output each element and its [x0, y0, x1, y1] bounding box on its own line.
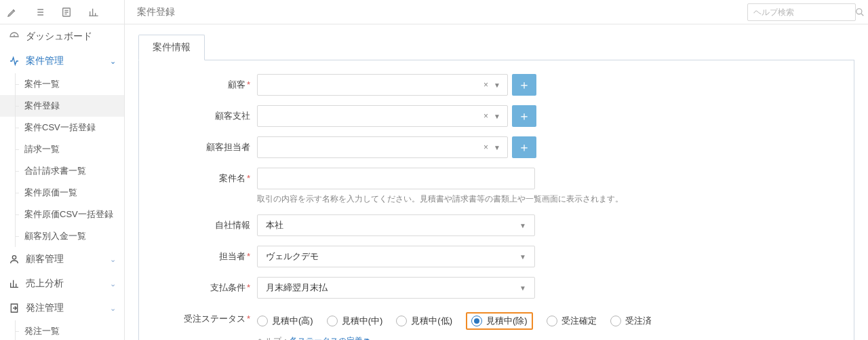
- add-customer-contact-button[interactable]: ＋: [512, 136, 536, 158]
- label-customer-branch: 顧客支社: [215, 111, 250, 121]
- customer-branch-select[interactable]: × ▼: [257, 105, 508, 127]
- status-help-link[interactable]: 各ステータスの定義⧉: [290, 336, 370, 340]
- payment-terms-select[interactable]: 月末締翌月末払 ▼: [257, 277, 535, 299]
- name-input[interactable]: [257, 168, 535, 189]
- nav-uriage[interactable]: 売上分析⌄: [0, 271, 124, 296]
- page-title: 案件登録: [137, 6, 175, 18]
- clear-icon[interactable]: ×: [484, 111, 488, 121]
- status-radio[interactable]: 見積中(高): [257, 315, 313, 327]
- status-help-prefix: ヘルプ：: [257, 336, 290, 340]
- anken-icon: [8, 56, 20, 67]
- status-radio[interactable]: 受注済: [610, 315, 652, 327]
- sub-item[interactable]: 案件原価一覧: [0, 182, 124, 204]
- radio-label: 見積中(低): [411, 315, 452, 327]
- company-info-select[interactable]: 本社 ▼: [257, 214, 535, 236]
- svg-point-1: [12, 256, 16, 259]
- radio-label: 見積中(除): [486, 315, 528, 327]
- status-radio-group: 見積中(高)見積中(中)見積中(低)見積中(除)受注確定受注済: [257, 308, 800, 330]
- tab-anken-info[interactable]: 案件情報: [138, 35, 205, 60]
- add-customer-branch-button[interactable]: ＋: [512, 105, 536, 127]
- radio-icon: [396, 316, 407, 326]
- payment-terms-value: 月末締翌月末払: [266, 282, 328, 294]
- row-name: 案件名* 取引の内容を示す名称を入力してください。見積書や請求書等の書類上や一覧…: [155, 168, 837, 205]
- chevron-down-icon: ⌄: [110, 304, 116, 313]
- radio-label: 受注確定: [561, 315, 597, 327]
- row-payment-terms: 支払条件* 月末締翌月末払 ▼: [155, 277, 837, 299]
- nav-hacchu[interactable]: 発注管理⌄: [0, 296, 124, 320]
- status-radio[interactable]: 見積中(低): [396, 315, 452, 327]
- chevron-down-icon: ⌄: [110, 57, 116, 66]
- radio-icon: [257, 316, 268, 326]
- add-customer-button[interactable]: ＋: [512, 74, 536, 96]
- uriage-icon: [8, 278, 20, 289]
- label-name: 案件名: [219, 173, 245, 183]
- label-company-info: 自社情報: [215, 220, 250, 230]
- radio-label: 見積中(高): [272, 315, 313, 327]
- chevron-down-icon: ▼: [519, 222, 526, 229]
- sub-item[interactable]: 案件一覧: [0, 73, 124, 95]
- row-status: 受注ステータス* 見積中(高)見積中(中)見積中(低)見積中(除)受注確定受注済…: [155, 308, 837, 340]
- sub-item[interactable]: 案件登録: [0, 95, 124, 117]
- form-panel: 顧客* × ▼ ＋ 顧客支社: [138, 60, 854, 340]
- required-mark: *: [247, 314, 250, 324]
- row-customer: 顧客* × ▼ ＋: [155, 74, 837, 96]
- main: 案件登録 案件情報 顧客*: [125, 0, 868, 340]
- status-radio[interactable]: 受注確定: [547, 315, 597, 327]
- sub-item[interactable]: 案件原価CSV一括登録: [0, 204, 124, 225]
- nav-anken[interactable]: 案件管理⌄: [0, 49, 124, 73]
- help-search[interactable]: [747, 3, 856, 21]
- content: 案件情報 顧客* × ▼ ＋: [125, 24, 868, 340]
- kokyaku-icon: [8, 254, 20, 265]
- required-mark: *: [247, 173, 250, 183]
- chart-icon[interactable]: [88, 7, 99, 18]
- hacchu-icon: [8, 303, 20, 314]
- row-assignee: 担当者* ヴェルクデモ ▼: [155, 246, 837, 267]
- sub-item[interactable]: 合計請求書一覧: [0, 160, 124, 182]
- sub-item[interactable]: 案件CSV一括登録: [0, 117, 124, 138]
- row-customer-contact: 顧客担当者 × ▼ ＋: [155, 136, 837, 158]
- header: 案件登録: [125, 0, 868, 24]
- sub-item[interactable]: 請求一覧: [0, 138, 124, 160]
- assignee-select[interactable]: ヴェルクデモ ▼: [257, 246, 535, 267]
- label-customer: 顧客: [228, 79, 245, 90]
- help-search-input[interactable]: [753, 7, 855, 17]
- chevron-down-icon: ⌄: [110, 280, 116, 288]
- nav-kokyaku[interactable]: 顧客管理⌄: [0, 247, 124, 271]
- required-mark: *: [247, 282, 250, 292]
- nav-dashboard[interactable]: ダッシュボード: [0, 24, 124, 49]
- name-help: 取引の内容を示す名称を入力してください。見積書や請求書等の書類上や一覧画面に表示…: [257, 193, 800, 205]
- row-company-info: 自社情報 本社 ▼: [155, 214, 837, 236]
- required-mark: *: [247, 251, 250, 261]
- clear-icon[interactable]: ×: [484, 80, 488, 90]
- label-payment-terms: 支払条件: [210, 282, 245, 292]
- tab-label: 案件情報: [153, 41, 191, 52]
- top-icon-row: [0, 0, 124, 24]
- external-link-icon: ⧉: [364, 337, 370, 340]
- clear-icon[interactable]: ×: [484, 143, 488, 152]
- chevron-down-icon: ▼: [519, 253, 526, 261]
- chevron-down-icon: ▼: [494, 144, 500, 151]
- list-icon[interactable]: [34, 7, 45, 18]
- pencil-icon[interactable]: [7, 7, 18, 18]
- nav-label: 顧客管理: [26, 253, 64, 265]
- sub-item[interactable]: 顧客別入金一覧: [0, 225, 124, 247]
- document-icon[interactable]: [61, 7, 72, 18]
- chevron-down-icon: ▼: [519, 284, 526, 292]
- sub-item[interactable]: 発注一覧: [0, 320, 124, 340]
- search-icon: [855, 7, 865, 17]
- label-status: 受注ステータス: [184, 314, 245, 324]
- radio-icon: [610, 316, 621, 326]
- radio-icon: [327, 316, 338, 326]
- status-radio[interactable]: 見積中(除): [466, 312, 533, 330]
- status-help: ヘルプ：各ステータスの定義⧉: [257, 335, 800, 340]
- customer-select[interactable]: × ▼: [257, 74, 508, 96]
- chevron-down-icon: ▼: [494, 81, 500, 89]
- customer-contact-select[interactable]: × ▼: [257, 136, 508, 158]
- sidebar: ダッシュボード 案件管理⌄案件一覧案件登録案件CSV一括登録請求一覧合計請求書一…: [0, 0, 125, 340]
- nav-label: 発注管理: [26, 302, 64, 314]
- dashboard-icon: [8, 31, 20, 42]
- chevron-down-icon: ▼: [494, 113, 500, 120]
- status-radio[interactable]: 見積中(中): [327, 315, 383, 327]
- row-customer-branch: 顧客支社 × ▼ ＋: [155, 105, 837, 127]
- svg-point-2: [856, 8, 862, 14]
